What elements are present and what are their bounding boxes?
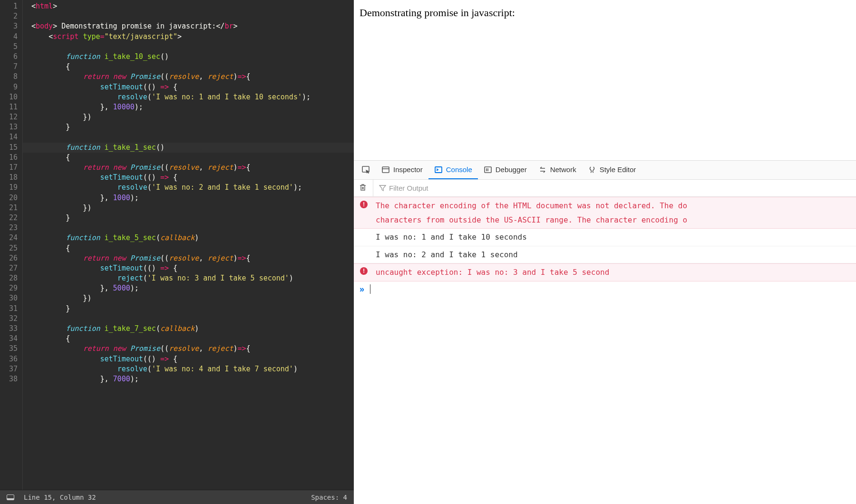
picker-icon [361,165,371,174]
devtools: Inspector Console Debugger Network [354,161,856,504]
code-line[interactable]: { [31,334,354,344]
line-number: 18 [0,173,18,183]
code-line[interactable]: } [31,122,354,132]
line-number: 20 [0,193,18,203]
code-line[interactable]: }, 10000); [31,102,354,112]
console-icon [434,165,443,174]
code-line[interactable]: function i_take_5_sec(callback) [31,233,354,243]
svg-rect-1 [382,167,389,173]
line-number: 37 [0,364,18,374]
code-line[interactable]: return new Promise((resolve, reject)=>{ [31,72,354,82]
code-line[interactable] [31,42,354,52]
code-area[interactable]: 1234567891011121314151617181920212223242… [0,0,354,490]
code-line[interactable]: return new Promise((resolve, reject)=>{ [31,163,354,173]
line-number: 34 [0,334,18,344]
debugger-icon [484,165,492,174]
code-line[interactable]: { [31,243,354,253]
line-number: 11 [0,102,18,112]
code-line[interactable]: setTimeout(() => { [31,354,354,364]
line-number: 23 [0,223,18,233]
code-line[interactable] [31,132,354,142]
console-message: uncaught exception: I was no: 3 and I ta… [373,264,850,281]
code-line[interactable]: }) [31,112,354,122]
indent-setting[interactable]: Spaces: 4 [311,494,347,501]
line-number: 9 [0,82,18,92]
tab-network[interactable]: Network [533,161,582,179]
line-number: 10 [0,92,18,102]
line-number: 5 [0,42,18,52]
line-number: 21 [0,203,18,213]
page-preview: Demonstrating promise in javascript: [354,0,856,161]
line-number: 1 [0,1,18,11]
code-content[interactable]: <html><body> Demonstrating promise in ja… [23,0,354,490]
code-line[interactable]: { [31,153,354,163]
tab-console[interactable]: Console [428,161,478,179]
filter-input[interactable] [389,184,484,192]
code-line[interactable]: }, 5000); [31,283,354,293]
devtools-tabs: Inspector Console Debugger Network [354,161,856,180]
style-icon [588,165,596,174]
line-number: 30 [0,293,18,303]
element-picker-button[interactable] [357,161,376,179]
code-line[interactable]: } [31,213,354,223]
line-number: 25 [0,243,18,253]
clear-console-button[interactable] [359,183,367,194]
line-number: 22 [0,213,18,223]
inspector-icon [381,165,390,174]
code-line[interactable]: resolve('I was no: 4 and I take 7 second… [31,364,354,374]
line-number: 33 [0,324,18,334]
line-number: 3 [0,21,18,31]
line-number: 32 [0,314,18,324]
line-number: 13 [0,122,18,132]
editor-pane: 1234567891011121314151617181920212223242… [0,0,354,504]
panel-icon [7,494,14,500]
code-line[interactable]: setTimeout(() => { [31,82,354,92]
code-line[interactable]: }, 1000); [31,193,354,203]
line-number: 35 [0,344,18,354]
console-error: !The character encoding of the HTML docu… [354,197,856,229]
line-number: 26 [0,253,18,263]
console-prompt[interactable]: » [354,281,856,297]
console-message: The character encoding of the HTML docum… [373,198,850,228]
code-line[interactable]: <script type="text/javascript"> [31,32,354,42]
code-line[interactable] [31,314,354,324]
code-line[interactable]: function i_take_10_sec() [31,52,354,62]
code-line[interactable]: <body> Demonstrating promise in javascri… [31,21,354,31]
tab-label: Inspector [393,165,423,174]
tab-style-editor[interactable]: Style Editor [582,161,642,179]
filter-wrap [373,180,851,196]
code-line[interactable]: }) [31,203,354,213]
code-line[interactable]: resolve('I was no: 1 and I take 10 secon… [31,92,354,102]
code-line[interactable]: }) [31,293,354,303]
code-line[interactable]: } [31,304,354,314]
line-number: 31 [0,304,18,314]
code-line[interactable]: setTimeout(() => { [31,173,354,183]
code-line[interactable] [31,11,354,21]
code-line[interactable]: setTimeout(() => { [31,263,354,273]
code-line[interactable]: }, 7000); [31,374,354,384]
tab-inspector[interactable]: Inspector [376,161,428,179]
code-line[interactable]: return new Promise((resolve, reject)=>{ [31,344,354,354]
code-line[interactable]: resolve('I was no: 2 and I take 1 second… [31,183,354,193]
code-line[interactable]: function i_take_7_sec(callback) [31,324,354,334]
tab-debugger[interactable]: Debugger [478,161,533,179]
console-message: I was no: 1 and I take 10 seconds [360,229,850,245]
code-line[interactable]: reject('I was no: 3 and I take 5 second'… [31,273,354,283]
network-icon [538,165,547,174]
console-message: I was no: 2 and I take 1 second [360,247,850,263]
preview-text: Demonstrating promise in javascript: [360,7,515,19]
tab-label: Console [446,165,472,174]
code-line[interactable] [31,223,354,233]
console-error: !uncaught exception: I was no: 3 and I t… [354,263,856,281]
code-line[interactable]: { [31,62,354,72]
status-bar: Line 15, Column 32 Spaces: 4 [0,490,354,504]
filter-icon [379,184,386,192]
line-number: 38 [0,374,18,384]
console-output[interactable]: !The character encoding of the HTML docu… [354,197,856,281]
browser-pane: Demonstrating promise in javascript: Ins… [354,0,856,504]
line-number: 12 [0,112,18,122]
code-line[interactable]: <html> [31,1,354,11]
code-line[interactable]: return new Promise((resolve, reject)=>{ [31,253,354,263]
console-log: I was no: 2 and I take 1 second [354,246,856,264]
line-number: 27 [0,263,18,273]
